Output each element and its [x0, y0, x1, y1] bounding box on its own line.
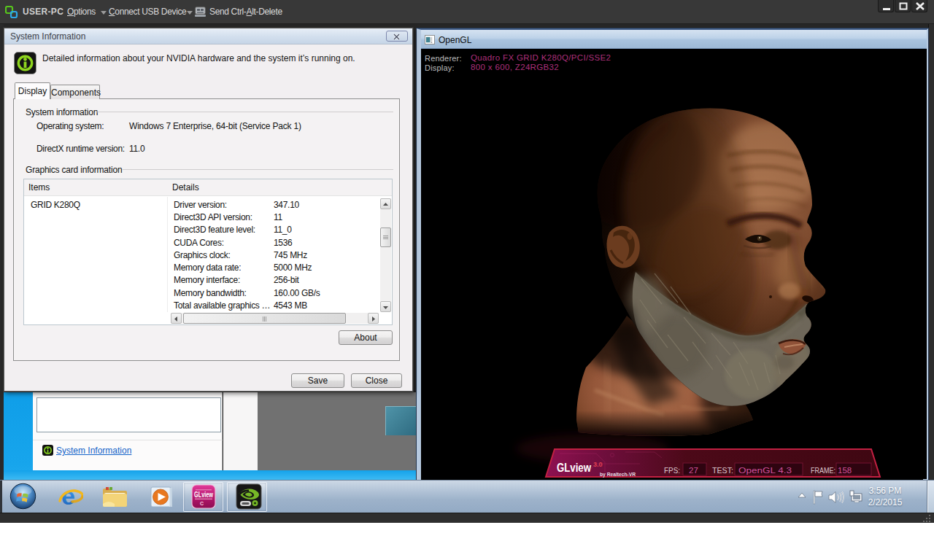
svg-text:27: 27 [689, 466, 698, 475]
svg-text:GLview: GLview [557, 461, 592, 475]
svg-text:FPS:: FPS: [664, 466, 680, 475]
svg-text:GLview: GLview [194, 491, 213, 499]
svg-text:TEST:: TEST: [712, 466, 733, 475]
svg-text:FRAME:: FRAME: [811, 466, 835, 475]
svg-text:by Realtech-VR: by Realtech-VR [600, 471, 636, 478]
svg-text:3.0: 3.0 [593, 461, 603, 468]
svg-text:OpenGL 4.3: OpenGL 4.3 [738, 466, 792, 475]
svg-text:C: C [200, 501, 204, 506]
svg-text:158: 158 [838, 466, 852, 475]
